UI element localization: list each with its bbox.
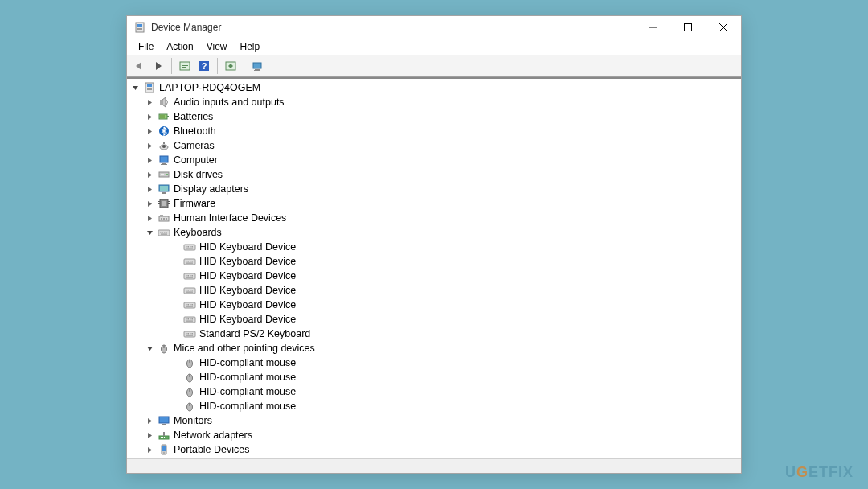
svg-rect-59 bbox=[160, 215, 163, 216]
svg-rect-141 bbox=[162, 446, 166, 451]
svg-rect-115 bbox=[163, 346, 164, 348]
network-icon bbox=[158, 429, 170, 442]
expand-toggle[interactable] bbox=[146, 186, 158, 193]
tree-device[interactable]: HID Keyboard Device bbox=[127, 254, 741, 269]
expand-toggle[interactable] bbox=[146, 128, 158, 135]
svg-rect-21 bbox=[145, 83, 154, 92]
close-button[interactable] bbox=[706, 16, 741, 39]
tree-device[interactable]: HID-compliant mouse bbox=[127, 399, 741, 413]
device-label: HID Keyboard Device bbox=[199, 314, 296, 325]
svg-rect-40 bbox=[161, 164, 167, 165]
tree-device[interactable]: HID-compliant mouse bbox=[127, 384, 741, 399]
svg-rect-74 bbox=[192, 246, 194, 248]
svg-rect-71 bbox=[186, 246, 187, 248]
tree-category[interactable]: Bluetooth bbox=[127, 124, 741, 138]
device-label: HID-compliant mouse bbox=[199, 401, 296, 412]
collapse-toggle[interactable] bbox=[146, 229, 158, 236]
maximize-button[interactable] bbox=[670, 16, 706, 39]
tree-device[interactable]: HID-compliant mouse bbox=[127, 370, 741, 384]
svg-rect-124 bbox=[189, 389, 190, 392]
svg-marker-24 bbox=[148, 100, 152, 105]
expand-toggle[interactable] bbox=[146, 171, 158, 179]
svg-rect-55 bbox=[168, 201, 170, 202]
expand-toggle[interactable] bbox=[146, 417, 158, 425]
tree-device[interactable]: HID Keyboard Device bbox=[127, 298, 741, 312]
expand-toggle[interactable] bbox=[146, 446, 158, 454]
keyboard-icon bbox=[183, 298, 196, 311]
tree-category[interactable]: Network adapters bbox=[127, 428, 741, 442]
collapse-toggle[interactable] bbox=[132, 84, 143, 92]
help-button[interactable]: ? bbox=[195, 57, 213, 75]
minimize-button[interactable] bbox=[635, 16, 670, 39]
tree-category[interactable]: Monitors bbox=[127, 413, 741, 428]
tree-category[interactable]: Batteries bbox=[127, 109, 741, 124]
tree-device[interactable]: Standard PS/2 Keyboard bbox=[127, 327, 741, 341]
svg-rect-65 bbox=[160, 232, 162, 233]
svg-rect-79 bbox=[190, 261, 191, 262]
keyboard-icon bbox=[183, 313, 196, 326]
tree-category[interactable]: Cameras bbox=[127, 138, 741, 153]
expand-toggle[interactable] bbox=[146, 113, 158, 121]
expand-toggle[interactable] bbox=[146, 215, 158, 222]
svg-point-61 bbox=[163, 218, 165, 220]
scan-button[interactable] bbox=[222, 57, 240, 75]
svg-rect-18 bbox=[255, 69, 260, 70]
expand-toggle[interactable] bbox=[146, 157, 158, 164]
tree-device[interactable]: HID Keyboard Device bbox=[127, 283, 741, 298]
firmware-icon bbox=[158, 197, 170, 210]
svg-rect-87 bbox=[186, 277, 193, 278]
tree-category[interactable]: Disk drives bbox=[127, 167, 741, 182]
tree-category[interactable]: Mice and other pointing devices bbox=[127, 341, 741, 355]
forward-button[interactable] bbox=[149, 57, 167, 75]
svg-rect-77 bbox=[186, 261, 187, 262]
svg-rect-83 bbox=[186, 275, 187, 277]
menu-help[interactable]: Help bbox=[234, 39, 267, 54]
svg-rect-1 bbox=[137, 24, 142, 27]
svg-rect-68 bbox=[166, 232, 168, 233]
tree-device[interactable]: HID Keyboard Device bbox=[127, 269, 741, 283]
expand-toggle[interactable] bbox=[146, 200, 158, 208]
watermark: UGETFIX bbox=[785, 464, 854, 481]
svg-text:?: ? bbox=[202, 61, 207, 71]
device-label: HID Keyboard Device bbox=[199, 270, 296, 281]
svg-rect-102 bbox=[188, 318, 190, 320]
expand-toggle[interactable] bbox=[146, 432, 158, 439]
tree-device[interactable]: HID-compliant mouse bbox=[127, 355, 741, 370]
expand-toggle[interactable] bbox=[146, 142, 158, 150]
properties-button[interactable] bbox=[248, 57, 266, 75]
tree-category[interactable]: Audio inputs and outputs bbox=[127, 95, 741, 109]
svg-rect-49 bbox=[162, 193, 166, 194]
svg-rect-111 bbox=[186, 335, 193, 336]
tree-root[interactable]: LAPTOP-RDQ4OGEM bbox=[127, 80, 741, 95]
tree-device[interactable]: HID Keyboard Device bbox=[127, 240, 741, 254]
tree-category[interactable]: Human Interface Devices bbox=[127, 211, 741, 225]
device-label: Standard PS/2 Keyboard bbox=[199, 328, 310, 339]
svg-rect-118 bbox=[189, 360, 190, 363]
back-button[interactable] bbox=[130, 57, 148, 75]
tree-category[interactable]: Computer bbox=[127, 153, 741, 167]
expand-toggle[interactable] bbox=[146, 99, 158, 106]
device-label: HID Keyboard Device bbox=[199, 256, 296, 267]
computer-root-icon bbox=[143, 81, 156, 94]
tree-category[interactable]: Portable Devices bbox=[127, 442, 741, 457]
svg-rect-104 bbox=[192, 318, 194, 320]
device-label: HID-compliant mouse bbox=[199, 372, 296, 383]
svg-rect-110 bbox=[192, 333, 194, 335]
tree-category[interactable]: Display adapters bbox=[127, 182, 741, 196]
device-tree[interactable]: LAPTOP-RDQ4OGEMAudio inputs and outputsB… bbox=[127, 79, 741, 458]
mouse-icon bbox=[183, 400, 196, 413]
show-hidden-button[interactable] bbox=[176, 57, 194, 75]
tree-category[interactable]: Keyboards bbox=[127, 225, 741, 240]
keyboard-icon bbox=[183, 255, 196, 268]
menu-file[interactable]: File bbox=[132, 39, 160, 54]
collapse-toggle[interactable] bbox=[146, 345, 158, 352]
svg-rect-109 bbox=[190, 333, 191, 335]
toolbar-separator bbox=[171, 58, 172, 74]
titlebar[interactable]: Device Manager bbox=[127, 16, 741, 39]
svg-marker-7 bbox=[136, 62, 141, 70]
category-label: Audio inputs and outputs bbox=[174, 97, 285, 108]
tree-category[interactable]: Firmware bbox=[127, 196, 741, 211]
menu-action[interactable]: Action bbox=[160, 39, 199, 54]
menu-view[interactable]: View bbox=[200, 39, 234, 54]
tree-device[interactable]: HID Keyboard Device bbox=[127, 312, 741, 327]
